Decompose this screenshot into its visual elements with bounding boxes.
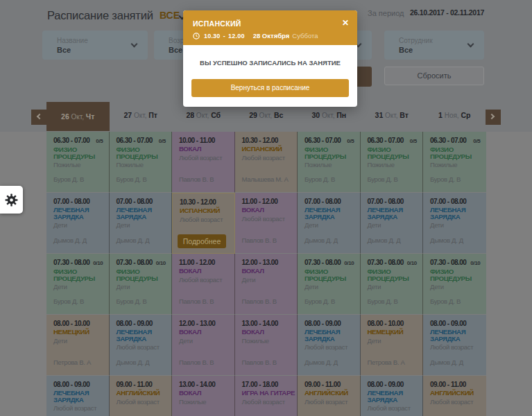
modal-time-row: 10.30 - 12.00 28 Октября Суббота <box>193 32 318 40</box>
title-filter-value[interactable]: ВСЕ <box>160 10 180 21</box>
next-week-button[interactable] <box>486 110 501 125</box>
schedule-cell[interactable]: 06.30 - 07.000/5ФИЗИО ПРОЦЕДУРЫПожилыеБу… <box>46 132 110 193</box>
schedule-cell[interactable]: 08.00 - 09.00ЛЕЧЕБНАЯ ЗАРЯДКАЛюбой возра… <box>110 315 173 376</box>
day-tab-26[interactable]: 26 Окт, Чт <box>46 102 110 131</box>
cell-time: 08.00 - 09.00 <box>117 320 153 328</box>
cell-teacher: Буров Д. В <box>430 175 461 183</box>
page: Расписание занятий ВСЕ За период 26.10.2… <box>0 0 532 416</box>
schedule-cell[interactable]: 07.00 - 08.00ЛЕЧЕБНАЯ ЗАРЯДКАДетиДымов Д… <box>110 193 173 254</box>
settings-panel[interactable] <box>0 186 23 214</box>
chevron-right-icon <box>489 114 495 119</box>
schedule-cell[interactable]: 06.30 - 07.000/5ФИЗИО ПРОЦЕДУРЫПожилыеБу… <box>110 132 173 193</box>
cell-time: 06.30 - 07.00 <box>368 137 404 145</box>
cell-capacity: 0/10 <box>470 259 480 268</box>
cell-class-name: ВОКАЛ <box>179 329 229 336</box>
cell-time: 13.00 - 14.00 <box>242 320 278 328</box>
schedule-cell[interactable]: 08.00 - 09.00ЛЕЧЕБНАЯ ЗАРЯДКАЛюбой возра… <box>423 315 486 376</box>
schedule-cell[interactable]: 08.00 - 10.00НЕМЕЦКИЙДетиПетрова В. А <box>46 315 110 376</box>
schedule-cell[interactable]: 09.00 - 11.00АНГЛИЙСКИЙЛюбой возраст <box>110 376 173 416</box>
schedule-cell[interactable]: 13.00 - 14.00ВОКАЛПожилыеПавлов В. В <box>235 315 298 376</box>
schedule-cell[interactable]: 08.00 - 09.00ЛЕЧЕБНАЯ ЗАРЯДКАЛюбой возра… <box>361 376 424 416</box>
schedule-cell[interactable]: 08.00 - 09.00ЛЕЧЕБНАЯ ЗАРЯДКАЛюбой возра… <box>46 376 110 416</box>
day-tab-31[interactable]: 31 Окт, Вт <box>361 105 424 125</box>
chevron-down-icon <box>131 41 138 48</box>
cell-time: 07.00 - 08.00 <box>117 198 153 206</box>
cell-time: 10.30 - 12.00 <box>180 198 216 207</box>
schedule-cell[interactable]: 10.00 - 11.00ВОКАЛЛюбой возрастПавлов В.… <box>172 132 235 193</box>
cell-age-group: Любой возраст <box>180 216 229 223</box>
cell-time: 08.00 - 09.00 <box>430 320 466 328</box>
day-tab-29[interactable]: 29 Окт, Вс <box>235 105 298 125</box>
schedule-cell[interactable]: 09.00 - 11.00АНГЛИЙСКИЙЛюбой возраст <box>298 376 361 416</box>
cell-capacity: 0/5 <box>96 137 103 146</box>
cell-teacher: Павлов В. В <box>179 358 214 366</box>
schedule-cell[interactable]: 10.30 - 12.00ИСПАНСКИЙЛюбой возрастМалыш… <box>235 132 298 193</box>
schedule-cell[interactable]: 07.30 - 08.000/10ФИЗИО ПРОЦЕДУРЫДетиБуро… <box>361 254 424 315</box>
back-to-schedule-button[interactable]: Вернуться в расписание <box>191 79 349 97</box>
cell-age-group: Дети <box>304 221 354 229</box>
cell-time: 07.30 - 08.00 <box>368 259 404 267</box>
cell-class-name: ФИЗИО ПРОЦЕДУРЫ <box>117 146 166 159</box>
day-tab-1[interactable]: 1 Ноя, Ср <box>423 105 486 125</box>
schedule-cell[interactable]: 07.00 - 08.00ЛЕЧЕБНАЯ ЗАРЯДКАДетиДымов Д… <box>46 193 110 254</box>
schedule-cell[interactable]: 12.00 - 13.00ВОКАЛДетиПавлов В. В <box>235 254 298 315</box>
schedule-cell[interactable]: 11.00 - 12.00ВОКАЛЛюбой возрастПавлов В.… <box>235 193 298 254</box>
day-tab-30[interactable]: 30 Окт, Пн <box>298 105 361 125</box>
prev-week-button[interactable] <box>31 110 46 125</box>
cell-age-group: Любой возраст <box>430 398 481 406</box>
modal-time: 10.30 - 12.00 <box>204 33 245 40</box>
reset-button[interactable]: Сбросить <box>384 67 484 85</box>
cell-class-name: ЛЕЧЕБНАЯ ЗАРЯДКА <box>117 329 166 342</box>
cell-age-group: Любой возраст <box>179 276 229 284</box>
cell-class-name: АНГЛИЙСКИЙ <box>117 390 166 397</box>
cell-class-name: ФИЗИО ПРОЦЕДУРЫ <box>304 268 354 281</box>
schedule-cell[interactable]: 13.00 - 14.00ВОКАЛПожилые <box>172 376 235 416</box>
schedule-cell[interactable]: 08.00 - 10.00НЕМЕЦКИЙДетиПетрова В. А <box>361 315 424 376</box>
cell-time: 09.00 - 11.00 <box>430 381 466 389</box>
filter-name-value: Все <box>57 46 71 54</box>
cell-class-name: ВОКАЛ <box>242 268 292 275</box>
cell-teacher: Буров Д. В <box>117 297 147 305</box>
schedule-cell[interactable]: 07.30 - 08.000/10ФИЗИО ПРОЦЕДУРЫДетиБуро… <box>110 254 173 315</box>
cell-age-group: Любой возраст <box>304 398 354 406</box>
cell-time: 11.00 - 12.00 <box>179 259 215 267</box>
schedule-cell[interactable]: 11.00 - 12.00ВОКАЛЛюбой возрастПавлов В.… <box>172 254 235 315</box>
filter-name[interactable]: Название Все <box>42 31 148 60</box>
cell-time: 09.00 - 11.00 <box>117 381 153 389</box>
close-icon[interactable]: ✕ <box>342 18 349 28</box>
cell-time: 06.30 - 07.00 <box>304 137 341 145</box>
cell-class-name: ФИЗИО ПРОЦЕДУРЫ <box>304 146 354 159</box>
schedule-cell[interactable]: 09.00 - 11.00АНГЛИЙСКИЙЛюбой возраст <box>423 376 486 416</box>
schedule-cell[interactable]: 08.00 - 09.00ЛЕЧЕБНАЯ ЗАРЯДКАЛюбой возра… <box>298 315 361 376</box>
period-label: За период <box>368 9 404 17</box>
filter-staff[interactable]: Сотрудник Все <box>384 31 484 60</box>
cell-age-group: Пожилые <box>117 161 166 168</box>
details-button[interactable]: Подробнее <box>178 234 226 248</box>
day-tab-28[interactable]: 28 Окт, Сб <box>172 105 235 125</box>
cell-age-group: Дети <box>53 337 103 345</box>
schedule-cell[interactable]: 07.00 - 08.00ЛЕЧЕБНАЯ ЗАРЯДКАДетиДымов Д… <box>361 193 424 254</box>
cell-age-group: Любой возраст <box>242 154 292 162</box>
schedule-cell[interactable]: 06.30 - 07.000/5ФИЗИО ПРОЦЕДУРЫПожилыеБу… <box>423 132 486 193</box>
cell-class-name: ФИЗИО ПРОЦЕДУРЫ <box>368 268 418 281</box>
schedule-cell[interactable]: 07.30 - 08.000/10ФИЗИО ПРОЦЕДУРЫДетиБуро… <box>298 254 361 315</box>
cell-teacher: Буров Д. В <box>117 175 147 183</box>
schedule-cell[interactable]: 07.00 - 08.00ЛЕЧЕБНАЯ ЗАРЯДКАДетиДымов Д… <box>298 193 361 254</box>
schedule-cell[interactable]: 10.30 - 12.00ИСПАНСКИЙЛюбой возрастПодро… <box>172 193 235 254</box>
cell-age-group: Любой возраст <box>368 404 418 412</box>
cell-class-name: ЛЕЧЕБНАЯ ЗАРЯДКА <box>304 207 354 220</box>
cell-capacity: 0/10 <box>344 259 354 268</box>
cell-age-group: Любой возраст <box>242 215 292 223</box>
schedule-cell[interactable]: 17.00 - 18.00ИГРА НА ГИТАРЕЛюбой возраст <box>235 376 298 416</box>
schedule-cell[interactable]: 07.30 - 08.000/10ФИЗИО ПРОЦЕДУРЫДетиБуро… <box>423 254 486 315</box>
schedule-cell[interactable]: 07.30 - 08.000/10ФИЗИО ПРОЦЕДУРЫДетиБуро… <box>46 254 110 315</box>
period-value[interactable]: 26.10.2017 - 02.11.2017 <box>410 8 484 17</box>
schedule-cell[interactable]: 07.00 - 08.00ЛЕЧЕБНАЯ ЗАРЯДКАДетиДымов Д… <box>423 193 486 254</box>
cell-class-name: АНГЛИЙСКИЙ <box>304 390 354 397</box>
cell-class-name: НЕМЕЦКИЙ <box>368 329 418 336</box>
schedule-cell[interactable]: 06.30 - 07.000/5ФИЗИО ПРОЦЕДУРЫПожилыеБу… <box>361 132 424 193</box>
modal-header: ИСПАНСКИЙ ✕ 10.30 - 12.00 28 Октября Суб… <box>183 10 357 45</box>
schedule-cell[interactable]: 12.00 - 13.00ВОКАЛДетиПавлов В. В <box>172 315 235 376</box>
day-tab-27[interactable]: 27 Окт, Пт <box>110 105 173 125</box>
schedule-cell[interactable]: 06.30 - 07.000/5ФИЗИО ПРОЦЕДУРЫПожилыеБу… <box>298 132 361 193</box>
